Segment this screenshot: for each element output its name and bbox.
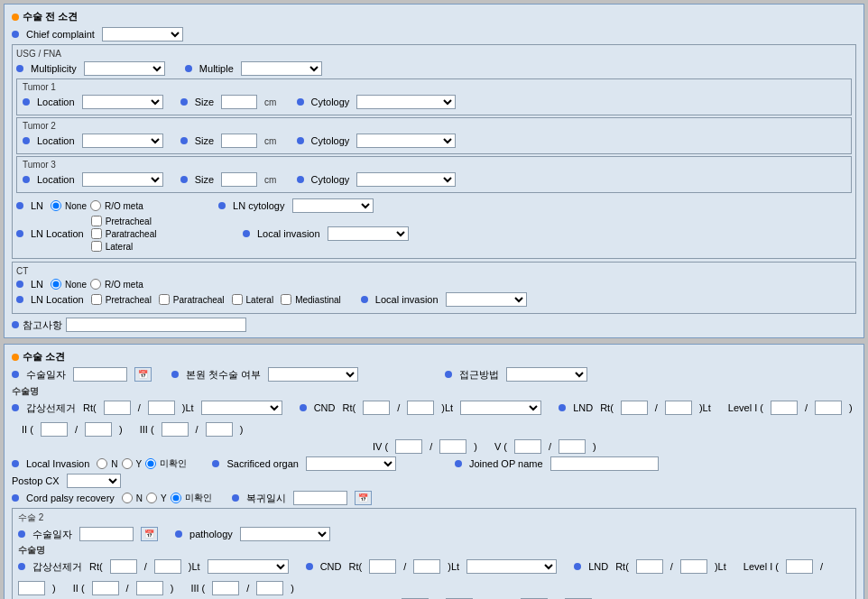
cord-y-label: Y — [161, 493, 167, 503]
multiple-select[interactable] — [241, 61, 322, 76]
op2-level3-1-input[interactable] — [212, 581, 239, 595]
lnd-level2-2-input[interactable] — [85, 422, 112, 437]
lnd-level3-2-input[interactable] — [206, 422, 233, 437]
op2-lnd-rt1-input[interactable] — [636, 559, 663, 574]
sacrificed-organ-select[interactable] — [306, 456, 396, 471]
lnd-level1-2-input[interactable] — [815, 401, 842, 415]
chief-complaint-dot — [12, 31, 19, 38]
op2-lnd-dot — [574, 563, 581, 570]
t2-location-dot — [23, 137, 30, 144]
ct-ln-location-dot — [16, 296, 23, 303]
t1-size-input[interactable] — [221, 95, 257, 109]
t3-cytology-dot — [297, 176, 304, 183]
ct-lateral-check[interactable] — [232, 294, 243, 305]
op2-level1-2-input[interactable] — [18, 581, 45, 595]
t2-cytology-select[interactable] — [356, 134, 456, 148]
joined-op-name-input[interactable] — [550, 456, 659, 471]
t3-location-select[interactable] — [82, 172, 163, 187]
op-date-input[interactable] — [73, 367, 127, 382]
first-op-select[interactable] — [268, 367, 358, 382]
cord-y-radio[interactable] — [146, 493, 157, 503]
op2-date-cal-btn[interactable]: 📅 — [141, 527, 158, 541]
t2-cm-label: cm — [264, 136, 276, 146]
lnd-level2-1-input[interactable] — [41, 422, 68, 437]
approach-select[interactable] — [506, 367, 587, 382]
op2-rt2-input[interactable] — [154, 559, 181, 574]
t1-size-label: Size — [195, 97, 214, 107]
lnd-level1-1-input[interactable] — [771, 401, 798, 415]
ct-ln-ro-meta-radio[interactable] — [90, 279, 101, 290]
op2-lt-select[interactable] — [208, 559, 289, 574]
thyroid-rt2-input[interactable] — [148, 401, 175, 415]
pretracheal-label: Pretracheal — [106, 217, 152, 226]
op2-date-input[interactable] — [79, 527, 134, 541]
pretracheal-group: Pretracheal — [91, 216, 157, 226]
lnd-rt1-input[interactable] — [621, 401, 648, 415]
ct-ln-row: LN None R/O meta — [16, 279, 852, 290]
op-local-invasion-label: Local Invasion — [26, 458, 89, 469]
op2-level1-1-input[interactable] — [786, 559, 813, 574]
lnd-level4-2-input[interactable] — [439, 439, 466, 454]
t1-cytology-select[interactable] — [356, 95, 456, 109]
local-invasion-select[interactable] — [328, 226, 409, 241]
t2-location-select[interactable] — [82, 134, 163, 148]
local-inv-n-radio[interactable] — [97, 458, 107, 469]
op-panel: 수술 소견 수술일자 📅 본원 첫수술 여부 접근방법 수술명 갑상선제거 Rt… — [4, 344, 864, 599]
thyroid-lt-select[interactable] — [201, 401, 282, 415]
pathology-select[interactable] — [240, 527, 330, 541]
ref-input[interactable] — [66, 318, 246, 332]
op2-level2-2-input[interactable] — [136, 581, 163, 595]
lnd-level3-1-input[interactable] — [162, 422, 189, 437]
op2-level3-2-input[interactable] — [256, 581, 283, 595]
local-inv-unknown-radio[interactable] — [145, 458, 156, 469]
chief-complaint-select[interactable] — [102, 27, 183, 41]
return-date-cal-btn[interactable]: 📅 — [355, 491, 372, 505]
ln-cytology-select[interactable] — [292, 198, 374, 213]
return-date-dot — [232, 494, 239, 502]
lnd-level5-2-input[interactable] — [559, 439, 586, 454]
op2-cnd-rt2-input[interactable] — [413, 559, 440, 574]
cnd-lt-select[interactable] — [460, 401, 541, 415]
cord-n-radio[interactable] — [122, 493, 133, 503]
t3-size-input[interactable] — [221, 172, 257, 187]
cnd-rt2-input[interactable] — [407, 401, 434, 415]
postop-cx-select[interactable] — [67, 474, 121, 488]
ct-local-invasion-select[interactable] — [446, 292, 527, 307]
lnd-rt2-input[interactable] — [665, 401, 692, 415]
t2-size-input[interactable] — [221, 134, 257, 148]
thyroid-rt1-input[interactable] — [104, 401, 131, 415]
local-inv-y-radio[interactable] — [122, 458, 133, 469]
op-date-cal-btn[interactable]: 📅 — [134, 367, 152, 382]
ln-none-radio[interactable] — [51, 200, 61, 211]
op2-cnd-lt-select[interactable] — [466, 559, 557, 574]
multiplicity-select[interactable] — [84, 61, 165, 76]
lateral-check[interactable] — [91, 241, 102, 252]
op2-section: 수술 2 수술일자 📅 pathology 수술명 갑상선제거 Rt( / )L… — [12, 508, 856, 599]
op2-level2-1-input[interactable] — [92, 581, 119, 595]
op2-cnd-rt1-input[interactable] — [369, 559, 396, 574]
tumor2-box: Tumor 2 Location Size cm Cytology — [16, 117, 852, 154]
ln-label: LN — [31, 200, 43, 211]
paratracheal-check[interactable] — [91, 228, 102, 239]
ct-ln-none-radio[interactable] — [51, 279, 61, 290]
lnd-level4-1-input[interactable] — [395, 439, 422, 454]
t1-location-select[interactable] — [82, 95, 163, 109]
t3-cytology-select[interactable] — [356, 172, 456, 187]
ct-pretracheal-check[interactable] — [91, 294, 102, 305]
return-date-input[interactable] — [293, 491, 347, 505]
approach-label: 접근방법 — [459, 368, 499, 382]
t2-location-label: Location — [37, 135, 75, 146]
pretracheal-check[interactable] — [91, 216, 102, 226]
ct-paratracheal-check[interactable] — [159, 294, 170, 305]
t1-cytology-label: Cytology — [311, 97, 350, 107]
local-invasion-row: Local Invasion N Y 미확인 Sacrificed organ … — [12, 456, 856, 471]
lnd-level5-1-input[interactable] — [514, 439, 541, 454]
ln-ro-meta-radio[interactable] — [90, 200, 101, 211]
cnd-rt1-input[interactable] — [363, 401, 390, 415]
ct-mediastinal-check[interactable] — [281, 294, 291, 305]
cord-unknown-radio[interactable] — [171, 493, 181, 503]
thyroid-dot — [12, 404, 19, 411]
op2-thyroid-label: 갑상선제거 — [32, 560, 82, 574]
op2-rt1-input[interactable] — [110, 559, 137, 574]
op2-lnd-rt2-input[interactable] — [680, 559, 707, 574]
